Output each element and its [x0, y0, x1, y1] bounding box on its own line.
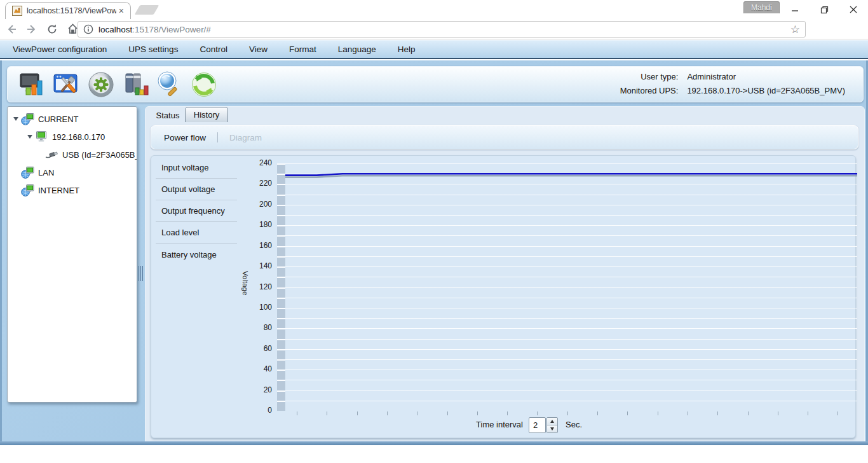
view-magnifier-icon[interactable]	[155, 70, 184, 99]
time-interval-input[interactable]: 2	[529, 417, 546, 433]
bookmark-star-icon[interactable]: ☆	[787, 23, 800, 36]
ups-info-block: User type: Administrator Monitored UPS: …	[602, 72, 845, 100]
y-tick-label: 80	[248, 323, 272, 333]
tab-strip: Status History	[146, 107, 864, 122]
expander-icon[interactable]	[25, 135, 34, 139]
user-type-label: User type:	[602, 72, 678, 81]
chart-side-menu: Input voltage Output voltage Output freq…	[156, 157, 237, 265]
chart-panel: Input voltage Output voltage Output freq…	[151, 155, 856, 438]
minimize-button[interactable]	[780, 0, 810, 19]
y-tick-label: 60	[248, 344, 272, 354]
tree-item-label: INTERNET	[38, 186, 79, 195]
forward-icon[interactable]	[23, 20, 41, 38]
subnav-bar: Power flow Diagram	[151, 125, 858, 149]
y-tick-label: 220	[248, 179, 272, 189]
menu-help[interactable]: Help	[398, 45, 416, 54]
menu-control[interactable]: Control	[200, 45, 227, 54]
window-controls	[780, 0, 868, 19]
side-item-input-voltage[interactable]: Input voltage	[156, 157, 237, 179]
y-tick-label: 240	[248, 158, 272, 169]
url-text: localhost:15178/ViewPower/#	[98, 25, 787, 34]
usb-plug-icon	[44, 148, 58, 161]
y-tick-label: 200	[248, 200, 272, 210]
subnav-power-flow[interactable]: Power flow	[164, 133, 206, 142]
main-panel: Status History Power flow Diagram Input …	[145, 106, 865, 463]
menu-ups-settings[interactable]: UPS settings	[128, 45, 178, 54]
menu-format[interactable]: Format	[289, 45, 316, 54]
tab-status[interactable]: Status	[151, 108, 185, 122]
url-path: :15178/ViewPower/#	[132, 25, 211, 34]
y-tick-label: 140	[248, 261, 272, 272]
address-bar[interactable]: localhost:15178/ViewPower/# ☆	[78, 21, 806, 38]
desktop-area: Snagit 13	[0, 445, 868, 463]
network-computer-icon	[20, 184, 34, 197]
menu-view[interactable]: View	[249, 45, 268, 54]
menu-language[interactable]: Language	[338, 45, 376, 54]
stepper-up-button[interactable]	[547, 418, 557, 425]
arrow-up-icon	[550, 420, 554, 423]
tree-item-ip[interactable]: 192.168.0.170	[8, 128, 137, 146]
tree-item-lan[interactable]: LAN	[8, 163, 137, 181]
tree-item-internet[interactable]: INTERNET	[8, 181, 137, 199]
y-axis-labels: 240220200180160140120100806040200	[248, 156, 272, 439]
side-item-battery-voltage[interactable]: Battery voltage	[156, 244, 237, 265]
plot-area	[285, 163, 857, 411]
browser-titlebar: localhost:15178/ViewPow × Mahdi	[0, 0, 868, 19]
tree-item-label: CURRENT	[38, 114, 79, 124]
time-interval-label: Time interval	[472, 420, 523, 429]
configuration-tools-icon[interactable]	[52, 70, 81, 99]
monitored-ups-value: 192.168.0.170->USB (id=2F3A065B_PMV)	[687, 86, 845, 95]
expander-icon[interactable]	[11, 117, 20, 121]
side-item-output-voltage[interactable]: Output voltage	[156, 179, 237, 200]
tab-history[interactable]: History	[185, 107, 228, 122]
tab-close-icon[interactable]: ×	[116, 6, 126, 16]
tab-title: localhost:15178/ViewPow	[27, 6, 116, 15]
tree-item-current[interactable]: CURRENT	[8, 110, 137, 128]
computer-icon	[34, 130, 48, 143]
y-tick-label: 20	[248, 385, 272, 396]
url-host: localhost	[98, 25, 132, 34]
y-tick-label: 100	[248, 303, 272, 313]
side-item-load-level[interactable]: Load level	[156, 222, 237, 244]
tree-item-usb[interactable]: USB (Id=2F3A065B_P	[8, 146, 137, 163]
voltage-line-chart	[285, 163, 857, 411]
stepper-down-button[interactable]	[547, 425, 557, 432]
app-toolbar: User type: Administrator Monitored UPS: …	[7, 66, 864, 102]
y-tick-label: 160	[248, 241, 272, 251]
arrow-down-icon	[550, 427, 554, 431]
chart-footer-controls: Time interval 2 Sec.	[151, 415, 857, 435]
control-gear-icon[interactable]	[86, 70, 116, 99]
network-computer-icon	[20, 166, 34, 179]
refresh-icon[interactable]	[43, 20, 61, 38]
close-window-button[interactable]	[839, 0, 868, 19]
screen: localhost:15178/ViewPow × Mahdi	[0, 0, 868, 463]
y-tick-label: 120	[248, 282, 272, 293]
app-body: User type: Administrator Monitored UPS: …	[0, 60, 868, 445]
tree-item-label: LAN	[38, 168, 54, 177]
back-icon[interactable]	[3, 20, 20, 38]
y-tick-label: 180	[248, 220, 272, 230]
new-tab-button[interactable]	[135, 5, 159, 15]
user-type-value: Administrator	[687, 72, 736, 81]
refresh-sync-icon[interactable]	[189, 70, 219, 99]
browser-toolbar: localhost:15178/ViewPower/# ☆	[0, 19, 868, 39]
app-menubar: ViewPower configuration UPS settings Con…	[0, 40, 868, 59]
browser-tab[interactable]: localhost:15178/ViewPow ×	[5, 2, 131, 19]
restore-button[interactable]	[810, 0, 839, 19]
monitored-ups-label: Monitored UPS:	[602, 86, 678, 95]
side-item-output-frequency[interactable]: Output frequency	[156, 200, 237, 222]
panel-splitter-handle[interactable]	[139, 266, 143, 281]
y-tick-label: 40	[248, 364, 272, 375]
data-logs-icon[interactable]	[121, 70, 150, 99]
page-info-icon[interactable]	[83, 24, 93, 34]
time-interval-stepper	[546, 417, 558, 433]
tree-item-label: USB (Id=2F3A065B_P	[62, 150, 137, 160]
y-axis-tick-strip	[277, 163, 285, 411]
menu-viewpower-configuration[interactable]: ViewPower configuration	[13, 45, 107, 54]
profile-badge[interactable]: Mahdi	[743, 1, 780, 13]
subnav-diagram[interactable]: Diagram	[229, 133, 262, 142]
favicon-icon	[12, 6, 22, 16]
time-interval-unit: Sec.	[566, 420, 582, 429]
network-computer-icon	[20, 113, 34, 125]
monitor-chart-icon[interactable]	[18, 70, 47, 99]
